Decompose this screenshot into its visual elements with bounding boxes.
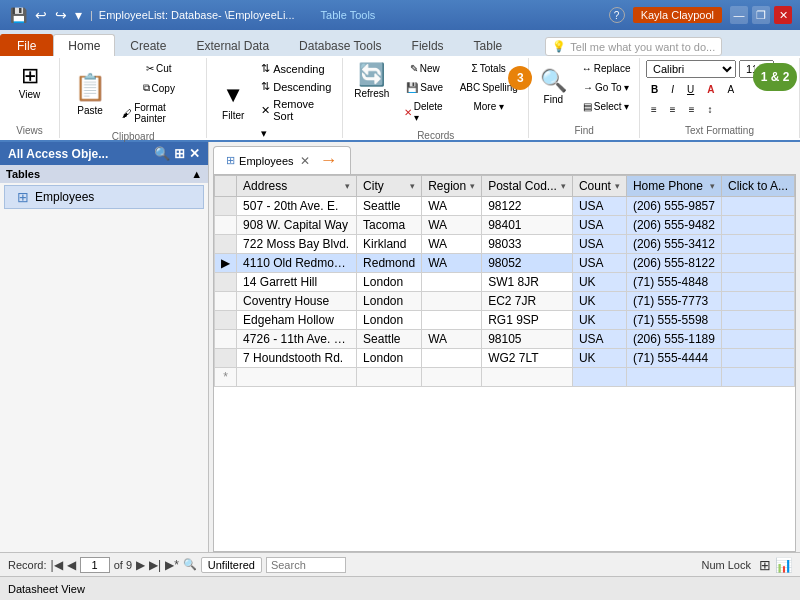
find-button[interactable]: 🔍 Find bbox=[533, 66, 574, 109]
cell-postal_code[interactable]: EC2 7JR bbox=[482, 292, 573, 311]
tab-fields[interactable]: Fields bbox=[397, 34, 459, 56]
row-selector[interactable] bbox=[215, 349, 237, 368]
cell-click[interactable] bbox=[721, 349, 794, 368]
col-header-address[interactable]: Address ▾ bbox=[237, 176, 357, 197]
help-icon[interactable]: ? bbox=[609, 7, 625, 23]
col-header-home-phone[interactable]: Home Phone ▾ bbox=[626, 176, 721, 197]
cell-region[interactable]: WA bbox=[422, 197, 482, 216]
nav-more-icon[interactable]: ⊞ bbox=[174, 146, 185, 161]
align-center-button[interactable]: ≡ bbox=[665, 101, 681, 118]
cell-region[interactable]: WA bbox=[422, 330, 482, 349]
new-row-cell[interactable] bbox=[482, 368, 573, 387]
more-button[interactable]: More ▾ bbox=[455, 98, 523, 115]
align-left-button[interactable]: ≡ bbox=[646, 101, 662, 118]
redo-qat-icon[interactable]: ↪ bbox=[53, 5, 69, 25]
save-record-button[interactable]: 💾 Save bbox=[399, 79, 451, 96]
cell-city[interactable]: Tacoma bbox=[357, 216, 422, 235]
align-right-button[interactable]: ≡ bbox=[684, 101, 700, 118]
row-selector[interactable] bbox=[215, 216, 237, 235]
doc-tab-close[interactable]: ✕ bbox=[298, 154, 312, 168]
pivot-view-icon[interactable]: 📊 bbox=[775, 557, 792, 573]
cell-postal_code[interactable]: 98052 bbox=[482, 254, 573, 273]
cell-home_phone[interactable]: (206) 555-9482 bbox=[626, 216, 721, 235]
row-selector[interactable] bbox=[215, 311, 237, 330]
cell-postal_code[interactable]: 98105 bbox=[482, 330, 573, 349]
cell-postal_code[interactable]: WG2 7LT bbox=[482, 349, 573, 368]
cell-address[interactable]: 4110 Old Redmond R... bbox=[237, 254, 357, 273]
cell-region[interactable]: WA bbox=[422, 254, 482, 273]
cell-postal_code[interactable]: RG1 9SP bbox=[482, 311, 573, 330]
advanced-sort-button[interactable]: ▾ bbox=[256, 125, 336, 142]
col-count-filter[interactable]: ▾ bbox=[615, 181, 620, 191]
cell-click[interactable] bbox=[721, 273, 794, 292]
cell-count[interactable]: USA bbox=[572, 216, 626, 235]
font-color-button[interactable]: A bbox=[702, 81, 719, 98]
cell-city[interactable]: London bbox=[357, 311, 422, 330]
col-header-region[interactable]: Region ▾ bbox=[422, 176, 482, 197]
cell-region[interactable] bbox=[422, 349, 482, 368]
cell-count[interactable]: UK bbox=[572, 311, 626, 330]
undo-qat-icon[interactable]: ↩ bbox=[33, 5, 49, 25]
cell-city[interactable]: Redmond bbox=[357, 254, 422, 273]
cell-click[interactable] bbox=[721, 330, 794, 349]
cell-home_phone[interactable]: (206) 555-1189 bbox=[626, 330, 721, 349]
cell-home_phone[interactable]: (71) 555-4848 bbox=[626, 273, 721, 292]
cell-click[interactable] bbox=[721, 216, 794, 235]
cell-address[interactable]: 722 Moss Bay Blvd. bbox=[237, 235, 357, 254]
row-selector[interactable] bbox=[215, 235, 237, 254]
cell-home_phone[interactable]: (206) 555-8122 bbox=[626, 254, 721, 273]
table-row[interactable]: Coventry HouseLondonEC2 7JRUK(71) 555-77… bbox=[215, 292, 795, 311]
format-painter-button[interactable]: 🖌 Format Painter bbox=[117, 99, 200, 127]
nav-collapse-icon[interactable]: ▲ bbox=[191, 168, 202, 180]
cell-home_phone[interactable]: (71) 555-4444 bbox=[626, 349, 721, 368]
table-row[interactable]: 507 - 20th Ave. E.SeattleWA98122USA(206)… bbox=[215, 197, 795, 216]
next-record-button[interactable]: ▶ bbox=[136, 558, 145, 572]
table-row[interactable]: 7 Houndstooth Rd.LondonWG2 7LTUK(71) 555… bbox=[215, 349, 795, 368]
cell-address[interactable]: 4726 - 11th Ave. N.E. bbox=[237, 330, 357, 349]
filter-button[interactable]: ▼ Filter bbox=[213, 78, 253, 125]
paste-button[interactable]: 📋 Paste bbox=[66, 69, 114, 119]
nav-search-icon[interactable]: 🔍 bbox=[154, 146, 170, 161]
row-selector[interactable] bbox=[215, 330, 237, 349]
cell-region[interactable] bbox=[422, 292, 482, 311]
underline-button[interactable]: U bbox=[682, 81, 699, 98]
cell-address[interactable]: 7 Houndstooth Rd. bbox=[237, 349, 357, 368]
new-row-cell[interactable] bbox=[422, 368, 482, 387]
doc-tab-employees[interactable]: ⊞ Employees ✕ → bbox=[213, 146, 350, 174]
cell-count[interactable]: UK bbox=[572, 349, 626, 368]
cell-postal_code[interactable]: SW1 8JR bbox=[482, 273, 573, 292]
last-record-button[interactable]: ▶| bbox=[149, 558, 161, 572]
cell-count[interactable]: USA bbox=[572, 330, 626, 349]
table-row[interactable]: 14 Garrett HillLondonSW1 8JRUK(71) 555-4… bbox=[215, 273, 795, 292]
new-row-cell[interactable] bbox=[237, 368, 357, 387]
cell-city[interactable]: London bbox=[357, 292, 422, 311]
cell-home_phone[interactable]: (206) 555-3412 bbox=[626, 235, 721, 254]
tab-external-data[interactable]: External Data bbox=[181, 34, 284, 56]
datasheet-view-icon[interactable]: ⊞ bbox=[759, 557, 771, 573]
cell-city[interactable]: London bbox=[357, 273, 422, 292]
cell-address[interactable]: 507 - 20th Ave. E. bbox=[237, 197, 357, 216]
new-row-cell[interactable] bbox=[357, 368, 422, 387]
cell-click[interactable] bbox=[721, 311, 794, 330]
cell-count[interactable]: USA bbox=[572, 197, 626, 216]
replace-button[interactable]: ↔ Replace bbox=[577, 60, 636, 77]
tab-create[interactable]: Create bbox=[115, 34, 181, 56]
view-button[interactable]: ⊞ View bbox=[10, 60, 50, 105]
table-row[interactable]: ▶4110 Old Redmond R...RedmondWA98052USA(… bbox=[215, 254, 795, 273]
nav-item-employees[interactable]: ⊞ Employees bbox=[4, 185, 204, 209]
table-container[interactable]: Address ▾ City ▾ Region bbox=[213, 174, 796, 552]
cell-region[interactable]: WA bbox=[422, 235, 482, 254]
row-selector[interactable] bbox=[215, 197, 237, 216]
cut-button[interactable]: ✂ Cut bbox=[117, 60, 200, 77]
new-row-cell[interactable] bbox=[626, 368, 721, 387]
cell-address[interactable]: 908 W. Capital Way bbox=[237, 216, 357, 235]
cell-home_phone[interactable]: (71) 555-5598 bbox=[626, 311, 721, 330]
tab-file[interactable]: File bbox=[0, 34, 53, 56]
italic-button[interactable]: I bbox=[666, 81, 679, 98]
remove-sort-button[interactable]: ✕ Remove Sort bbox=[256, 96, 336, 124]
row-selector[interactable] bbox=[215, 292, 237, 311]
refresh-button[interactable]: 🔄 Refresh bbox=[349, 60, 395, 103]
filter-status-button[interactable]: Unfiltered bbox=[201, 557, 262, 573]
col-phone-filter[interactable]: ▾ bbox=[710, 181, 715, 191]
cell-click[interactable] bbox=[721, 235, 794, 254]
